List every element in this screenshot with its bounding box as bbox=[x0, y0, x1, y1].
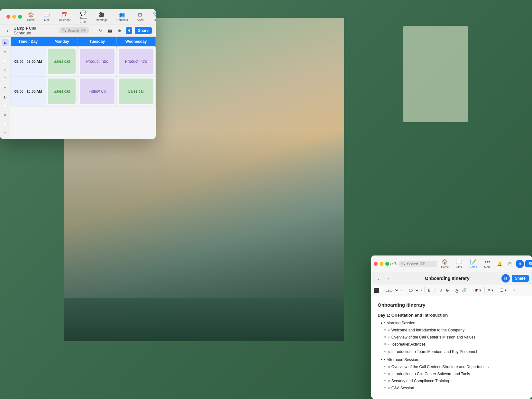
event-sales-call-1[interactable]: Sales call bbox=[48, 49, 76, 74]
table-row: 09:00 - 10:00 AM Sales call Follow Up Sa… bbox=[11, 77, 156, 107]
sidebar-pointer-icon[interactable]: ▶ bbox=[2, 39, 9, 46]
event-cell-tue-1[interactable]: Product Intro bbox=[78, 47, 117, 77]
nav-label-mail: Mail bbox=[44, 18, 50, 22]
sidebar-layers-icon[interactable]: ⊠ bbox=[2, 111, 9, 118]
camera-button[interactable]: 📷 bbox=[106, 27, 114, 34]
nav-item-meetings[interactable]: 🎥 Meetings bbox=[92, 11, 112, 23]
notes-doc-share-button[interactable]: Share bbox=[512, 275, 529, 282]
user-avatar: H bbox=[126, 27, 132, 34]
italic-button[interactable]: I bbox=[433, 287, 437, 293]
calendar-window: 🏠 Home ✉️ Mail 📅 Calendar 💬 Team Chat 🎥 … bbox=[0, 9, 156, 139]
schedule-table: Time / Day Monday Tuesday Wednesday 08:0… bbox=[10, 37, 156, 107]
font-family-selector[interactable]: Lato bbox=[383, 287, 399, 293]
nav-item-teamchat[interactable]: 💬 Team Chat bbox=[76, 9, 91, 24]
highlight-button[interactable]: A̲ bbox=[454, 287, 459, 293]
sidebar-shapes-icon[interactable]: ◇ bbox=[2, 66, 9, 73]
notes-maximize-button[interactable] bbox=[385, 262, 389, 266]
notes-morning-label: • Morning Session: bbox=[381, 320, 526, 326]
search-bar[interactable]: 🔍 Search ⌘F bbox=[60, 27, 89, 33]
afternoon-item-4: Q&A Session bbox=[391, 385, 414, 391]
list-button[interactable]: ☰ ▾ bbox=[499, 287, 508, 293]
fmt-divider-3 bbox=[424, 287, 425, 293]
notes-sidebar-back[interactable]: ‹ bbox=[374, 274, 382, 282]
notes-nav-home[interactable]: 🏠 Home bbox=[438, 257, 452, 270]
apps-icon: ⊞ bbox=[138, 12, 142, 18]
font-size-selector[interactable]: 16 bbox=[406, 287, 419, 293]
align-button[interactable]: ≡ ▾ bbox=[487, 287, 494, 293]
notes-item-7: ○ Security and Compliance Training bbox=[384, 378, 526, 384]
notes-more-icon: ••• bbox=[485, 259, 490, 265]
more-format-button[interactable]: » bbox=[512, 287, 517, 293]
event-sales-call-3[interactable]: Sales call bbox=[119, 79, 153, 104]
event-cell-mon-1[interactable]: Sales call bbox=[46, 47, 78, 77]
notes-nav-more[interactable]: ••• More bbox=[481, 258, 494, 270]
refresh-button[interactable]: ↻ bbox=[97, 27, 104, 34]
notes-search-icon: 🔍 bbox=[401, 262, 406, 266]
document-title: Sample Call Schedule bbox=[14, 26, 52, 35]
nav-item-home[interactable]: 🏠 Home bbox=[23, 11, 39, 23]
notes-header-icons: 🔔 ⊞ H Share bbox=[495, 259, 532, 268]
event-cell-tue-2[interactable]: Follow Up bbox=[78, 77, 117, 107]
person-overlay bbox=[64, 132, 344, 341]
minimize-button[interactable] bbox=[12, 15, 16, 19]
afternoon-bullet-icon: • bbox=[384, 357, 387, 363]
sidebar-add-icon[interactable]: + bbox=[2, 120, 9, 127]
sidebar-highlight-icon[interactable]: ◐ bbox=[2, 93, 9, 100]
notes-nav-notes[interactable]: 📝 Notes bbox=[466, 257, 480, 270]
share-button[interactable]: Share bbox=[135, 27, 152, 34]
nav-item-contacts[interactable]: 👥 Contacts bbox=[113, 11, 132, 23]
underline-button[interactable]: U bbox=[438, 287, 444, 293]
nav-item-calendar[interactable]: 📅 Calendar bbox=[55, 11, 75, 23]
sidebar-toggle-button[interactable]: ⊞ bbox=[505, 259, 514, 268]
notes-close-button[interactable] bbox=[374, 262, 378, 266]
nav-item-mail[interactable]: ✉️ Mail bbox=[40, 11, 54, 23]
toolbar-icons: ↻ 📷 ⏺ H Share bbox=[97, 27, 152, 34]
sidebar-grid-icon[interactable]: ⊟ bbox=[2, 102, 9, 109]
sidebar-crop-icon[interactable]: ⊞ bbox=[2, 57, 9, 64]
notes-item-2: ○ Overview of the Call Center's Mission … bbox=[384, 334, 526, 340]
back-button[interactable]: ‹ bbox=[4, 27, 11, 34]
nav-item-apps[interactable]: ⊞ Apps bbox=[133, 11, 148, 23]
header-wednesday: Wednesday bbox=[117, 37, 156, 47]
maximize-button[interactable] bbox=[18, 15, 22, 19]
notes-afternoon-label: • Afternoon Session: bbox=[381, 357, 526, 363]
event-product-intro-2[interactable]: Product Intro bbox=[119, 49, 153, 74]
notes-forward-button[interactable]: › bbox=[392, 260, 394, 268]
heading-button[interactable]: Hn ▾ bbox=[472, 287, 483, 293]
traffic-lights bbox=[6, 15, 22, 19]
sub-bullet-icon-2: ○ bbox=[388, 334, 391, 340]
notes-content: Onboarding Itinerary Day 1: Orientation … bbox=[371, 296, 532, 399]
close-button[interactable] bbox=[6, 15, 10, 19]
fmt-divider-1 bbox=[381, 287, 381, 293]
mail-icon: ✉️ bbox=[44, 12, 50, 18]
sidebar-pen-icon[interactable]: ✒ bbox=[2, 84, 9, 91]
record-button[interactable]: ⏺ bbox=[116, 27, 123, 34]
notes-home-icon: 🏠 bbox=[442, 259, 448, 265]
notes-search-bar[interactable]: 🔍 Search ⌘F bbox=[399, 261, 437, 267]
notes-item-4: ○ Introduction to Team Members and Key P… bbox=[384, 349, 526, 355]
morning-item-1: Welcome and Introduction to the Company bbox=[391, 327, 464, 333]
notes-minimize-button[interactable] bbox=[380, 262, 383, 266]
event-follow-up[interactable]: Follow Up bbox=[80, 79, 115, 104]
event-cell-mon-2[interactable]: Sales call bbox=[46, 77, 78, 107]
nav-item-clips[interactable]: 📎 Clips bbox=[149, 11, 156, 23]
link-button[interactable]: 🔗 bbox=[461, 287, 468, 293]
sidebar-text-icon[interactable]: T bbox=[2, 75, 9, 82]
bell-button[interactable]: 🔔 bbox=[495, 259, 504, 268]
notes-more-options[interactable]: ⋮ bbox=[384, 274, 393, 283]
event-cell-wed-1[interactable]: Product Intro bbox=[117, 47, 156, 77]
calendar-sidebar: ▶ ✏ ⊞ ◇ T ✒ ◐ ⊟ ⊠ + ✦ bbox=[0, 37, 10, 139]
notes-share-button[interactable]: Share bbox=[525, 260, 532, 267]
strikethrough-button[interactable]: S bbox=[445, 287, 450, 293]
notes-icon: 📝 bbox=[470, 259, 476, 265]
text-color-picker[interactable] bbox=[374, 288, 379, 293]
event-sales-call-2[interactable]: Sales call bbox=[48, 79, 76, 104]
bold-button[interactable]: B bbox=[427, 287, 432, 293]
sidebar-pencil-icon[interactable]: ✏ bbox=[2, 48, 9, 55]
event-product-intro-1[interactable]: Product Intro bbox=[80, 49, 115, 74]
notes-refresh-button[interactable]: ↻ bbox=[394, 260, 398, 268]
sidebar-magic-icon[interactable]: ✦ bbox=[2, 129, 9, 136]
notes-back-button[interactable]: ‹ bbox=[390, 260, 391, 268]
event-cell-wed-2[interactable]: Sales call bbox=[117, 77, 156, 107]
notes-nav-mail[interactable]: ✉️ Mail bbox=[453, 257, 465, 270]
